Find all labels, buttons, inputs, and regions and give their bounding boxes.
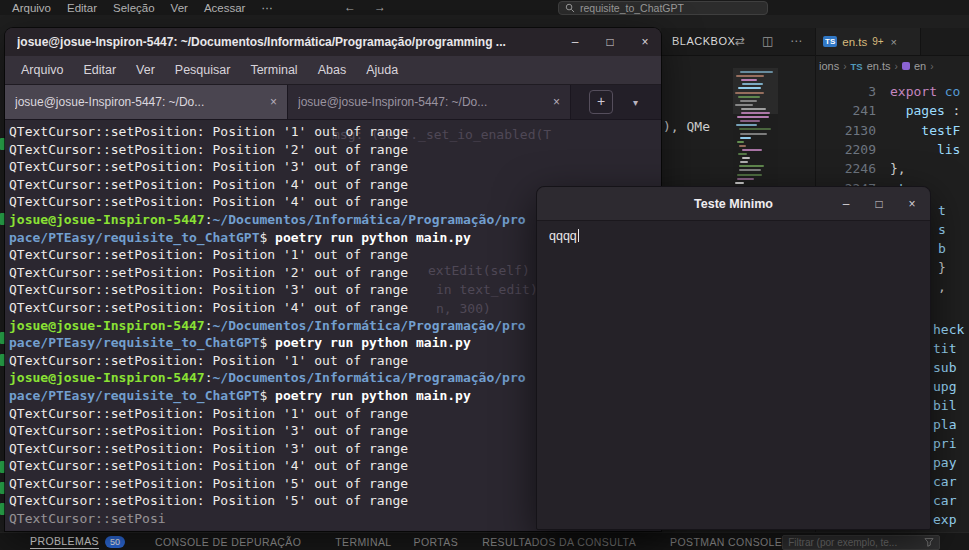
- window-title: Teste Mínimo: [694, 197, 773, 211]
- minimap-line: [739, 145, 746, 147]
- maximize-button[interactable]: □: [604, 35, 616, 49]
- toggle-icon[interactable]: ⇄: [735, 34, 745, 48]
- menu-editar[interactable]: Editar: [73, 63, 126, 77]
- terminal-tab-1[interactable]: josue@josue-Inspiron-5447: ~/Do... ×: [5, 85, 288, 119]
- minimap-line: [739, 169, 761, 171]
- window-title: josue@josue-Inspiron-5447: ~/Documentos/…: [17, 35, 506, 49]
- teste-minimo-window: Teste Mínimo – □ × qqqq: [536, 186, 931, 530]
- minimap-line: [737, 174, 762, 176]
- minimap-line: [740, 161, 748, 163]
- minimap-line: [735, 92, 764, 94]
- back-icon[interactable]: ←: [344, 0, 356, 14]
- problems-count-badge: 50: [105, 536, 125, 548]
- tab-blackbox[interactable]: BLACKBOX: [672, 35, 735, 47]
- filter-input[interactable]: [788, 537, 920, 548]
- panel-bar: PROBLEMAS 50 CONSOLE DE DEPURAÇÃO TERMIN…: [0, 532, 969, 550]
- vscode-titlebar: Arquivo Editar Seleção Ver Acessar ⋯ ← →…: [0, 0, 969, 15]
- tab-label: josue@josue-Inspiron-5447: ~/Do...: [298, 95, 545, 109]
- tab-label: josue@josue-Inspiron-5447: ~/Do...: [15, 95, 262, 109]
- minimap-line: [742, 149, 762, 151]
- search-icon: [565, 3, 575, 13]
- panel-tab-resultados[interactable]: RESULTADOS DA CONSULTA: [482, 536, 636, 548]
- search-value: requisite_to_ChatGPT: [580, 2, 684, 14]
- terminal-tab-2[interactable]: josue@josue-Inspiron-5447: ~/Do... ×: [288, 85, 571, 119]
- minimap-line: [735, 104, 753, 106]
- command-center-search[interactable]: requisite_to_ChatGPT: [558, 1, 768, 15]
- text-cursor: [578, 229, 579, 242]
- minimap-line: [736, 75, 764, 77]
- close-icon[interactable]: ×: [553, 95, 560, 109]
- desktop: Arquivo Editar Seleção Ver Acessar ⋯ ← →…: [0, 0, 969, 550]
- terminal-menubar: Arquivo Editar Ver Pesquisar Terminal Ab…: [5, 56, 661, 85]
- window-controls: – □ ×: [840, 187, 918, 220]
- minimap-line: [735, 182, 744, 184]
- minimize-button[interactable]: –: [840, 197, 852, 211]
- minimap-line: [741, 112, 770, 114]
- terminal-titlebar[interactable]: josue@josue-Inspiron-5447: ~/Documentos/…: [5, 28, 661, 56]
- menu-abas[interactable]: Abas: [308, 63, 357, 77]
- minimap-line: [741, 108, 766, 110]
- menu-pesquisar[interactable]: Pesquisar: [165, 63, 241, 77]
- new-tab-button[interactable]: +: [589, 90, 613, 114]
- close-icon[interactable]: ×: [270, 95, 277, 109]
- minimap-line: [742, 157, 750, 159]
- menu-more-icon[interactable]: ⋯: [253, 1, 281, 15]
- minimap-line: [736, 124, 757, 126]
- menu-arquivo[interactable]: Arquivo: [4, 2, 59, 14]
- menu-ver[interactable]: Ver: [126, 63, 165, 77]
- close-button[interactable]: ×: [906, 197, 918, 211]
- terminal-line: QTextCursor::setPosition: Position '2' o…: [9, 141, 661, 159]
- minimap-line: [738, 153, 747, 155]
- code-line: 3export co: [828, 84, 960, 100]
- tab-dropdown-icon[interactable]: ▾: [633, 97, 638, 108]
- code-fragment: ), QMe: [663, 119, 710, 134]
- menu-selecao[interactable]: Seleção: [105, 2, 163, 14]
- code-line: 2130 testF: [828, 123, 960, 139]
- forward-icon[interactable]: →: [374, 0, 386, 14]
- problems-filter[interactable]: [782, 535, 940, 550]
- panel-tab-terminal[interactable]: TERMINAL: [335, 536, 391, 548]
- minimap-line: [738, 96, 760, 98]
- code-line: 241 pages :: [828, 103, 960, 119]
- menu-ajuda[interactable]: Ajuda: [356, 63, 408, 77]
- maximize-button[interactable]: □: [873, 197, 885, 211]
- minimap-line: [737, 141, 744, 143]
- terminal-line: QTextCursor::setPosition: Position '1' o…: [9, 123, 661, 141]
- code-line: 2209 lis: [828, 142, 960, 158]
- minimap-line: [739, 165, 764, 167]
- minimap-line: [742, 83, 763, 85]
- minimap-line: [741, 79, 757, 81]
- minimap-line: [740, 71, 773, 73]
- teste-text-edit[interactable]: qqqq: [537, 221, 930, 251]
- split-editor-icon[interactable]: ◫: [762, 34, 773, 48]
- menu-ver[interactable]: Ver: [163, 2, 196, 14]
- terminal-tabbar: josue@josue-Inspiron-5447: ~/Do... × jos…: [5, 85, 661, 120]
- minimap-line: [740, 100, 757, 102]
- code-line: 2246},: [828, 161, 906, 177]
- minimap-line: [739, 128, 771, 130]
- minimap-line: [737, 178, 754, 180]
- filter-icon: [924, 537, 934, 547]
- menu-acessar[interactable]: Acessar: [196, 2, 254, 14]
- minimap-line: [740, 120, 760, 122]
- panel-tab-postman[interactable]: POSTMAN CONSOLE: [670, 536, 782, 548]
- panel-tab-console-depuracao[interactable]: CONSOLE DE DEPURAÇÃO: [155, 536, 301, 548]
- menu-terminal[interactable]: Terminal: [240, 63, 307, 77]
- minimap[interactable]: [733, 68, 778, 186]
- window-controls: – □ ×: [569, 28, 651, 56]
- text-content: qqqq: [549, 229, 577, 243]
- panel-tab-portas[interactable]: PORTAS: [414, 536, 459, 548]
- menu-editar[interactable]: Editar: [59, 2, 105, 14]
- panel-tab-problemas[interactable]: PROBLEMAS: [30, 535, 99, 549]
- close-button[interactable]: ×: [639, 35, 651, 49]
- minimap-line: [740, 137, 751, 139]
- menu-arquivo[interactable]: Arquivo: [11, 63, 73, 77]
- minimap-line: [740, 133, 767, 135]
- teste-titlebar[interactable]: Teste Mínimo – □ ×: [537, 187, 930, 221]
- minimap-line: [737, 116, 769, 118]
- minimize-button[interactable]: –: [569, 35, 581, 49]
- terminal-line: QTextCursor::setPosition: Position '3' o…: [9, 158, 661, 176]
- more-actions-icon[interactable]: ⋯: [790, 34, 802, 48]
